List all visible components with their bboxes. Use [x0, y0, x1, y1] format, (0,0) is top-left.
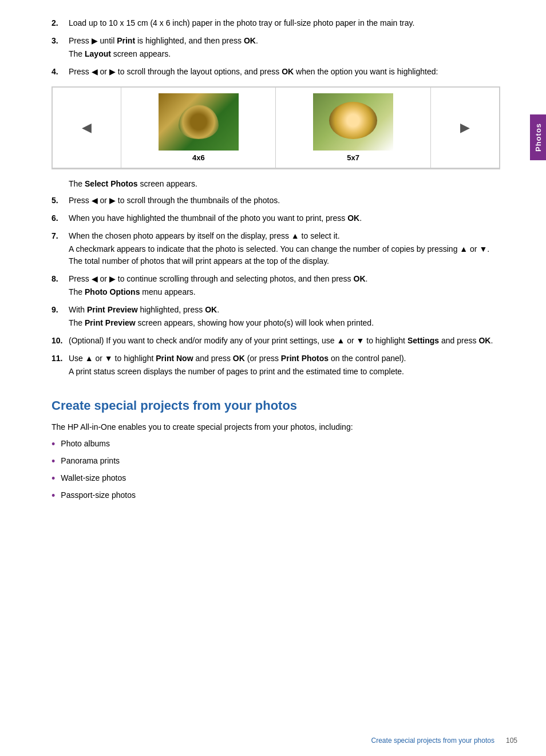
photo-thumb-5x7 [313, 93, 393, 151]
layout-table: ◀ 4x6 5x7 ▶ [52, 87, 500, 168]
page-container: Photos 2. Load up to 10 x 15 cm (4 x 6 i… [0, 0, 546, 756]
step7-sub: A checkmark appears to indicate that the… [69, 243, 500, 267]
step3-sub: The Layout screen appears. [69, 48, 500, 60]
side-tab-label: Photos [534, 123, 543, 152]
list-item-label-3: Wallet-size photos [61, 472, 126, 484]
step-number-2: 2. [52, 17, 69, 29]
step-content-7: When the chosen photo appears by itself … [69, 230, 500, 267]
list-item-4: • Passport-size photos [52, 489, 500, 504]
step5-or: or [98, 196, 109, 205]
step-7: 7. When the chosen photo appears by itse… [52, 230, 500, 267]
layout-left-arrow: ◀ [82, 120, 92, 134]
step10-text: (Optional) If you want to check and/or m… [69, 336, 493, 345]
step5-right: ▶ [109, 196, 116, 205]
step3-period: . [256, 36, 258, 45]
steps2-list: 5. Press ◀ or ▶ to scroll through the th… [52, 195, 500, 378]
photo-5x7-image [313, 93, 393, 151]
step-number-7: 7. [52, 230, 69, 267]
list-item-3: • Wallet-size photos [52, 472, 500, 486]
step-3: 3. Press ▶ until Print is highlighted, a… [52, 35, 500, 60]
step3-ok-bold: OK [244, 36, 256, 45]
step4-press: Press [69, 67, 92, 76]
step-number-6: 6. [52, 212, 69, 224]
step-9: 9. With Print Preview highlighted, press… [52, 304, 500, 329]
photo-thumb-4x6 [159, 93, 239, 151]
step-2: 2. Load up to 10 x 15 cm (4 x 6 inch) pa… [52, 17, 500, 29]
step-content-9: With Print Preview highlighted, press OK… [69, 304, 500, 329]
step6-text: When you have highlighted the thumbnail … [69, 213, 362, 223]
step-number-10: 10. [52, 335, 69, 347]
footer-page-number: 105 [506, 737, 517, 745]
step-number-5: 5. [52, 195, 69, 207]
step-content-4: Press ◀ or ▶ to scroll through the layou… [69, 66, 500, 78]
step9-sub: The Print Preview screen appears, showin… [69, 317, 500, 329]
bullet-dot-1: • [52, 437, 55, 452]
step3-print-bold: Print [117, 36, 135, 45]
step9-text: With Print Preview highlighted, press OK… [69, 305, 219, 314]
bullet-list: • Photo albums • Panorama prints • Walle… [52, 438, 500, 504]
step-number-11: 11. [52, 353, 69, 378]
bullet-dot-2: • [52, 454, 55, 469]
step-number-8: 8. [52, 273, 69, 298]
list-item-label-2: Panorama prints [61, 455, 120, 467]
step7-text: When the chosen photo appears by itself … [69, 231, 340, 240]
layout-table-container: ◀ 4x6 5x7 ▶ [52, 86, 500, 169]
step5-left: ◀ [92, 196, 98, 205]
step-8: 8. Press ◀ or ▶ to continue scrolling th… [52, 273, 500, 298]
list-item-label-1: Photo albums [61, 438, 110, 450]
photo-4x6-image [159, 93, 239, 151]
main-content: 2. Load up to 10 x 15 cm (4 x 6 inch) pa… [52, 17, 517, 756]
step4-scroll: to scroll through the layout options, an… [116, 67, 282, 76]
steps-list: 2. Load up to 10 x 15 cm (4 x 6 inch) pa… [52, 17, 500, 78]
step-content-10: (Optional) If you want to check and/or m… [69, 335, 500, 347]
step4-ok-bold: OK [282, 67, 294, 76]
step-number-9: 9. [52, 304, 69, 329]
layout-cell-5x7: 5x7 [276, 88, 430, 168]
step5-scroll: to scroll through the thumbnails of the … [116, 196, 280, 205]
step4-end: when the option you want is highlighted: [294, 67, 438, 76]
select-photos-text: The Select Photos screen appears. [69, 178, 500, 190]
step5-press: Press [69, 196, 92, 205]
step-5: 5. Press ◀ or ▶ to scroll through the th… [52, 195, 500, 207]
step4-or: or [98, 67, 109, 76]
step3-arrow: ▶ [92, 36, 98, 45]
side-tab: Photos [530, 114, 546, 160]
list-item-label-4: Passport-size photos [61, 489, 136, 501]
bullet-dot-3: • [52, 471, 55, 486]
layout-left-arrow-cell: ◀ [53, 88, 121, 168]
step-content-3: Press ▶ until Print is highlighted, and … [69, 35, 500, 60]
section-intro: The HP All-in-One enables you to create … [52, 421, 500, 433]
step8-text: Press ◀ or ▶ to continue scrolling throu… [69, 274, 367, 283]
list-item-2: • Panorama prints [52, 455, 500, 469]
step-6: 6. When you have highlighted the thumbna… [52, 212, 500, 224]
step-10: 10. (Optional) If you want to check and/… [52, 335, 500, 347]
step4-arrow-left: ◀ [92, 67, 98, 76]
page-footer: Create special projects from your photos… [371, 737, 517, 745]
step-4: 4. Press ◀ or ▶ to scroll through the la… [52, 66, 500, 78]
step3-until: until [98, 36, 117, 45]
step-content-11: Use ▲ or ▼ to highlight Print Now and pr… [69, 353, 500, 378]
step-11: 11. Use ▲ or ▼ to highlight Print Now an… [52, 353, 500, 378]
step-content-6: When you have highlighted the thumbnail … [69, 212, 500, 224]
step-number-3: 3. [52, 35, 69, 60]
step8-sub: The Photo Options menu appears. [69, 286, 500, 298]
bullet-dot-4: • [52, 488, 55, 504]
step-content-2: Load up to 10 x 15 cm (4 x 6 inch) paper… [69, 17, 500, 29]
footer-link-text: Create special projects from your photos [371, 737, 494, 745]
label-5x7: 5x7 [282, 153, 424, 162]
step-number-4: 4. [52, 66, 69, 78]
step-content-5: Press ◀ or ▶ to scroll through the thumb… [69, 195, 500, 207]
label-4x6: 4x6 [127, 153, 270, 162]
layout-right-arrow: ▶ [460, 120, 470, 134]
step11-sub: A print status screen displays the numbe… [69, 366, 500, 378]
step11-text: Use ▲ or ▼ to highlight Print Now and pr… [69, 354, 406, 363]
step-content-8: Press ◀ or ▶ to continue scrolling throu… [69, 273, 500, 298]
layout-cell-4x6: 4x6 [121, 88, 276, 168]
list-item-1: • Photo albums [52, 438, 500, 452]
layout-right-arrow-cell: ▶ [430, 88, 499, 168]
section-heading: Create special projects from your photos [52, 398, 500, 414]
step3-highlighted: is highlighted, and then press [135, 36, 244, 45]
step3-press: Press [69, 36, 92, 45]
step4-arrow-right: ▶ [109, 67, 116, 76]
